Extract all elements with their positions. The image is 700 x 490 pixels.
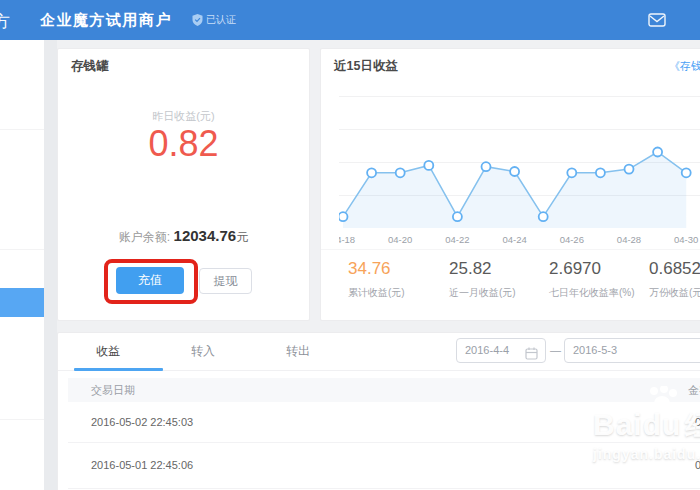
stat-label: 万份收益(元) — [649, 286, 700, 300]
svg-text:04-26: 04-26 — [560, 234, 584, 245]
date-from-input[interactable]: 2016-4-4 — [456, 338, 546, 363]
recharge-button[interactable]: 充值 — [116, 267, 184, 294]
earnings-card-title: 近15日收益 — [334, 58, 398, 75]
sidebar-divider — [0, 249, 44, 250]
stat-per-ten-thousand: 0.6852 万份收益(元) — [649, 259, 700, 300]
svg-text:04-22: 04-22 — [445, 234, 469, 245]
table-header-row: 交易日期 金额 — [68, 378, 700, 402]
piggy-bank-card: 存钱罐 昨日收益(元) 0.82 账户余额: 12034.76元 充值 提现 — [57, 48, 310, 321]
app-title: 企业魔方试用商户 — [40, 11, 172, 30]
svg-text:04-28: 04-28 — [617, 234, 641, 245]
shield-icon — [192, 14, 203, 26]
line-chart: 04-1804-2004-2204-2404-2604-2804-30 — [339, 96, 700, 251]
tabs-row: 收益 转入 转出 2016-4-4 — 2016-5-3 — [58, 333, 700, 371]
stat-value: 34.76 — [348, 259, 405, 279]
svg-text:04-20: 04-20 — [388, 234, 412, 245]
stat-cumulative-earnings: 34.76 累计收益(元) — [348, 259, 405, 300]
balance-unit: 元 — [236, 230, 248, 244]
calendar-icon[interactable] — [525, 345, 538, 368]
tab-transfer-out[interactable]: 转出 — [251, 333, 345, 370]
agreement-link[interactable]: 《存钱 — [669, 59, 700, 74]
transaction-amount: 0. — [695, 402, 700, 442]
records-card: 收益 转入 转出 2016-4-4 — 2016-5-3 — [57, 332, 700, 490]
earnings-card: 近15日收益 《存钱 04-1804-2004-2204-2404-2604-2… — [320, 48, 700, 321]
verified-badge: 已认证 — [192, 13, 236, 27]
transaction-amount: 0. — [695, 443, 700, 488]
top-header: 方 企业魔方试用商户 已认证 — [0, 0, 700, 40]
verified-badge-label: 已认证 — [206, 13, 236, 27]
stat-value: 0.6852 — [649, 259, 700, 279]
svg-text:04-18: 04-18 — [339, 234, 355, 245]
balance-value: 12034.76 — [174, 227, 237, 244]
sidebar-divider — [0, 129, 44, 130]
stat-value: 2.6970 — [549, 259, 635, 279]
transactions-table: 交易日期 金额 2016-05-02 22:45:03 0. 2016-05-0… — [68, 378, 700, 489]
sidebar-gap — [44, 40, 57, 490]
date-column-header: 交易日期 — [91, 384, 135, 396]
earnings-chart: 04-1804-2004-2204-2404-2604-2804-30 — [339, 96, 700, 251]
date-to-value: 2016-5-3 — [573, 344, 617, 356]
date-to-input[interactable]: 2016-5-3 — [564, 338, 700, 363]
transaction-date: 2016-05-01 22:45:06 — [91, 459, 193, 471]
logo-fragment: 方 — [0, 10, 10, 33]
page: 方 企业魔方试用商户 已认证 存钱罐 昨日收益(元) 0.82 账户余额: — [0, 0, 700, 490]
stat-value: 25.82 — [449, 259, 516, 279]
table-row: 2016-05-01 22:45:06 0. — [68, 443, 700, 489]
stat-label: 七日年化收益率(%) — [549, 286, 635, 300]
sidebar-divider — [0, 419, 44, 420]
amount-column-header: 金额 — [688, 378, 700, 402]
date-from-value: 2016-4-4 — [465, 344, 509, 356]
mail-icon[interactable] — [648, 12, 666, 28]
stats-row: 34.76 累计收益(元) 25.82 近一月收益(元) 2.6970 七日年化… — [321, 249, 700, 322]
sidebar — [0, 40, 44, 490]
sidebar-item-selected[interactable] — [0, 288, 44, 317]
tab-transfer-in[interactable]: 转入 — [156, 333, 250, 370]
withdraw-button[interactable]: 提现 — [199, 268, 252, 294]
stat-month-earnings: 25.82 近一月收益(元) — [449, 259, 516, 300]
transaction-date: 2016-05-02 22:45:03 — [91, 416, 193, 428]
yesterday-earnings-value: 0.82 — [58, 123, 309, 165]
svg-text:04-24: 04-24 — [502, 234, 526, 245]
yesterday-earnings-label: 昨日收益(元) — [58, 109, 309, 124]
stat-seven-day-yield: 2.6970 七日年化收益率(%) — [549, 259, 635, 300]
table-row: 2016-05-02 22:45:03 0. — [68, 402, 700, 443]
tab-earnings[interactable]: 收益 — [61, 333, 155, 370]
date-range-separator: — — [550, 338, 561, 363]
piggy-card-title: 存钱罐 — [71, 58, 109, 75]
active-tab-underline — [74, 368, 163, 371]
stat-label: 近一月收益(元) — [449, 286, 516, 300]
svg-text:04-30: 04-30 — [674, 234, 698, 245]
stat-label: 累计收益(元) — [348, 286, 405, 300]
balance-label: 账户余额: — [119, 230, 170, 244]
account-balance: 账户余额: 12034.76元 — [58, 227, 309, 246]
